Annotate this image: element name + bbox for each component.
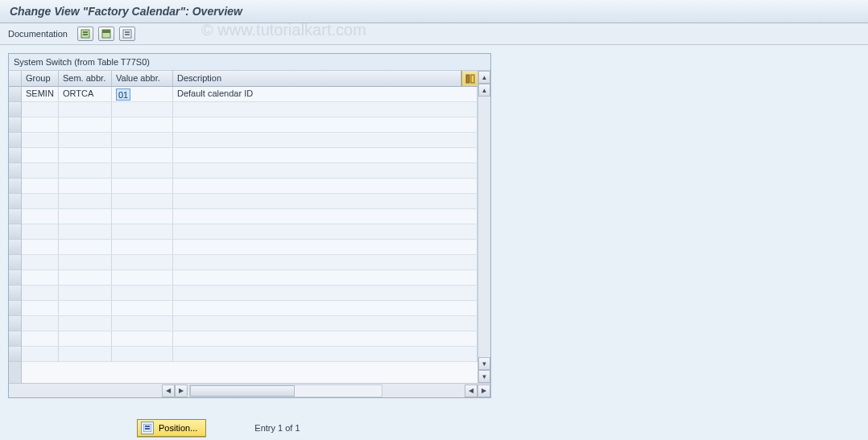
configure-columns-button[interactable] xyxy=(461,71,477,86)
row-selector-column xyxy=(9,71,22,383)
scroll-up-button[interactable]: ▲ xyxy=(478,71,490,84)
table-panel: System Switch (from Table T77S0) xyxy=(8,53,491,398)
row-selector[interactable] xyxy=(9,87,21,102)
scroll-down-button[interactable]: ▼ xyxy=(478,357,490,370)
table-row[interactable] xyxy=(22,148,477,163)
row-selector[interactable] xyxy=(9,133,21,148)
horizontal-scrollbar: ◀ ▶ ◀ ▶ xyxy=(9,383,490,397)
table-row[interactable] xyxy=(22,331,477,347)
content-area: System Switch (from Table T77S0) xyxy=(0,45,868,406)
table-row[interactable] xyxy=(22,102,477,117)
svg-rect-12 xyxy=(145,428,150,430)
toolbar: Documentation xyxy=(0,23,868,45)
deselect-all-button[interactable] xyxy=(119,27,135,41)
column-header-group[interactable]: Group xyxy=(22,71,59,86)
table-settings-icon xyxy=(465,74,475,84)
table-select-icon xyxy=(81,29,90,39)
table-row[interactable] xyxy=(22,301,477,316)
svg-rect-2 xyxy=(83,34,88,35)
scroll-left2-button[interactable]: ◀ xyxy=(465,384,477,397)
grid-area: Group Sem. abbr. Value abbr. Description… xyxy=(9,71,490,383)
scroll-left-button[interactable]: ◀ xyxy=(162,384,175,397)
row-selector-header[interactable] xyxy=(9,71,21,87)
page-header: Change View "Factory Calendar": Overview xyxy=(0,0,868,23)
table-row[interactable] xyxy=(22,194,477,209)
position-icon xyxy=(141,421,154,434)
column-header-desc[interactable]: Description xyxy=(173,71,461,86)
grid-body: SEMIN ORTCA 01 Default calendar ID xyxy=(22,87,477,367)
row-selector[interactable] xyxy=(9,163,21,179)
row-selector[interactable] xyxy=(9,316,21,331)
row-selector[interactable] xyxy=(9,240,21,255)
select-block-button[interactable] xyxy=(98,27,114,41)
row-selector[interactable] xyxy=(9,148,21,163)
select-all-button[interactable] xyxy=(77,27,93,41)
cell-group: SEMIN xyxy=(22,87,59,101)
table-row[interactable] xyxy=(22,240,477,255)
row-selector[interactable] xyxy=(9,255,21,270)
scroll-up2-button[interactable]: ▲ xyxy=(478,84,490,97)
table-row[interactable] xyxy=(22,255,477,270)
cell-sem: ORTCA xyxy=(59,87,112,101)
row-selector[interactable] xyxy=(9,331,21,347)
column-header-sem[interactable]: Sem. abbr. xyxy=(59,71,112,86)
svg-rect-8 xyxy=(466,75,469,83)
row-selector[interactable] xyxy=(9,286,21,301)
vertical-scrollbar[interactable]: ▲ ▲ ▼ ▼ xyxy=(477,71,490,383)
table-row[interactable] xyxy=(22,163,477,179)
svg-rect-1 xyxy=(83,31,88,33)
scroll-right-button[interactable]: ▶ xyxy=(175,384,188,397)
hscroll-thumb[interactable] xyxy=(190,385,295,397)
svg-rect-7 xyxy=(125,34,130,35)
page-title: Change View "Factory Calendar": Overview xyxy=(10,5,858,18)
value-input[interactable]: 01 xyxy=(116,88,130,101)
table-title: System Switch (from Table T77S0) xyxy=(9,54,490,71)
hscroll-track[interactable] xyxy=(189,384,382,397)
scroll-right2-button[interactable]: ▶ xyxy=(477,384,490,397)
svg-rect-9 xyxy=(471,75,474,83)
table-row[interactable] xyxy=(22,224,477,240)
cell-desc: Default calendar ID xyxy=(173,87,477,101)
table-row[interactable] xyxy=(22,117,477,133)
table-row[interactable] xyxy=(22,179,477,194)
svg-rect-6 xyxy=(125,31,130,33)
position-button[interactable]: Position... xyxy=(137,419,206,437)
svg-rect-11 xyxy=(145,426,150,427)
table-row[interactable] xyxy=(22,347,477,362)
row-selector[interactable] xyxy=(9,179,21,194)
footer: Position... Entry 1 of 1 xyxy=(0,419,868,437)
row-selector[interactable] xyxy=(9,301,21,316)
table-row[interactable]: SEMIN ORTCA 01 Default calendar ID xyxy=(22,87,477,102)
documentation-label[interactable]: Documentation xyxy=(8,29,68,39)
svg-rect-4 xyxy=(102,30,110,33)
row-selector[interactable] xyxy=(9,209,21,224)
grid-header: Group Sem. abbr. Value abbr. Description xyxy=(22,71,477,87)
column-header-val[interactable]: Value abbr. xyxy=(112,71,173,86)
cell-val[interactable]: 01 xyxy=(112,87,173,101)
row-selector[interactable] xyxy=(9,194,21,209)
row-selector[interactable] xyxy=(9,117,21,133)
scroll-down2-button[interactable]: ▼ xyxy=(478,370,490,383)
entry-count-text: Entry 1 of 1 xyxy=(254,423,300,433)
table-deselect-icon xyxy=(122,29,132,39)
row-selector[interactable] xyxy=(9,347,21,362)
row-selector[interactable] xyxy=(9,270,21,286)
table-row[interactable] xyxy=(22,316,477,331)
position-label: Position... xyxy=(159,423,197,433)
table-row[interactable] xyxy=(22,286,477,301)
grid-main: Group Sem. abbr. Value abbr. Description… xyxy=(22,71,477,383)
row-selector[interactable] xyxy=(9,102,21,117)
table-row[interactable] xyxy=(22,270,477,286)
row-selector[interactable] xyxy=(9,224,21,240)
table-row[interactable] xyxy=(22,209,477,224)
table-row[interactable] xyxy=(22,133,477,148)
table-block-icon xyxy=(101,29,111,39)
